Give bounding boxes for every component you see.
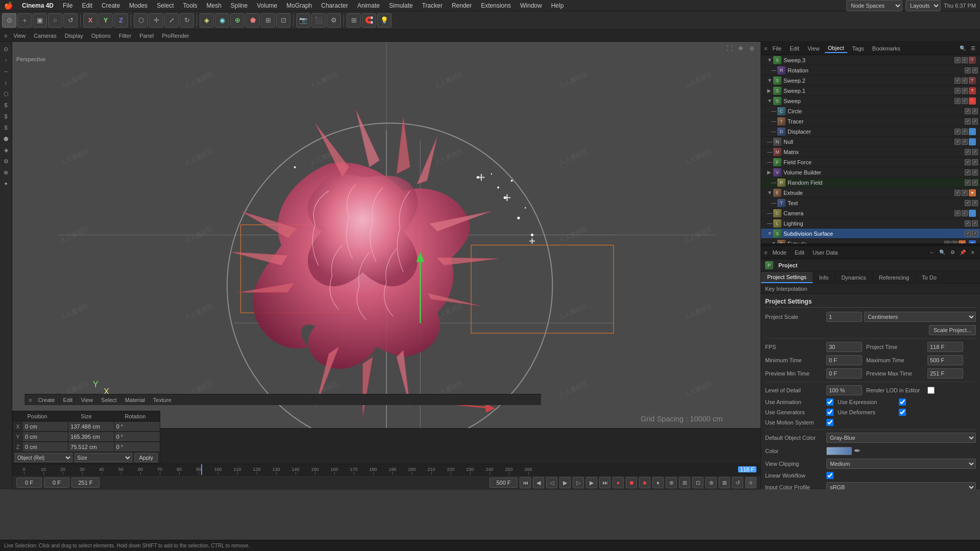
tree-item-sweep2[interactable]: ▼ S Sweep.2 ✓ ✓ T	[761, 76, 980, 86]
tool-grid[interactable]: ⊞	[347, 13, 361, 28]
btn-extra6[interactable]: ⊠	[719, 477, 730, 488]
menu-mograph[interactable]: MoGraph	[282, 1, 316, 10]
vis-check-di-1[interactable]: ✓	[954, 129, 961, 135]
btn-play-forward[interactable]: ▷	[573, 477, 584, 488]
tree-tab-object[interactable]: Object	[825, 44, 847, 53]
coord-y-rot-input[interactable]	[114, 432, 160, 441]
btn-extra1[interactable]: ♦	[652, 477, 664, 488]
left-tool-4[interactable]: ↕	[1, 78, 11, 88]
tool-camera2[interactable]: 📷	[296, 13, 310, 28]
coord-size-select[interactable]: Size Scale	[75, 453, 132, 462]
props-tab-userdata[interactable]: User Data	[810, 248, 841, 257]
left-tool-1[interactable]: ⊙	[1, 44, 11, 54]
tree-tab-bookmarks[interactable]: Bookmarks	[869, 44, 903, 53]
menu-simulate[interactable]: Simulate	[385, 1, 417, 10]
prop-def-check[interactable]	[899, 409, 906, 416]
menu-volume[interactable]: Volume	[253, 1, 281, 10]
menu-edit[interactable]: Edit	[78, 1, 96, 10]
tool-polygon[interactable]: ◈	[200, 13, 214, 28]
prop-lod-input[interactable]	[826, 385, 862, 395]
prop-tab-project-settings[interactable]: Project Settings	[761, 272, 813, 283]
vis-check-tx1-1[interactable]: ✓	[965, 200, 971, 206]
tool-render-settings[interactable]: ⚙	[327, 13, 341, 28]
vp-menu-display[interactable]: Display	[63, 32, 85, 40]
tree-item-circle[interactable]: — C Circle ✓ ✓	[761, 106, 980, 116]
mat-tab-material[interactable]: Material	[123, 396, 147, 404]
menu-select[interactable]: Select	[153, 1, 178, 10]
vp-menu-cameras[interactable]: Cameras	[32, 32, 59, 40]
coord-y-pos-input[interactable]	[23, 432, 68, 441]
tool-rotate[interactable]: ↺	[63, 13, 78, 28]
menu-cinema4d[interactable]: Cinema 4D	[18, 1, 58, 10]
menu-help[interactable]: Help	[547, 1, 568, 10]
vis-check-lit-2[interactable]: ✓	[972, 220, 978, 227]
left-tool-13[interactable]: ✦	[1, 179, 11, 189]
tree-item-matrix[interactable]: — M Matrix ✓ ✓	[761, 147, 980, 157]
tree-filter-icon[interactable]: ☰	[969, 44, 977, 53]
vis-check-2[interactable]: ✓	[962, 57, 968, 63]
left-tool-2[interactable]: ↑	[1, 55, 11, 65]
vis-check-s2-1[interactable]: ✓	[954, 78, 961, 84]
props-tab-mode[interactable]: Mode	[769, 248, 790, 257]
vis-check-tr-1[interactable]: ✓	[965, 118, 971, 124]
btn-frame-right[interactable]: ≡	[745, 477, 756, 488]
prop-scale-unit[interactable]: Centimeters Meters	[864, 312, 976, 322]
tool-rect-select[interactable]: ▣	[33, 13, 47, 28]
tree-item-extrude2[interactable]: ▼ E Extrude ✓ ✓ ● ?	[761, 239, 980, 244]
tree-item-text1[interactable]: — T Text ✓ ✓	[761, 198, 980, 208]
vis-check-sw-1[interactable]: ✓	[954, 98, 961, 104]
mat-tab-view[interactable]: View	[79, 396, 95, 404]
tree-item-tracer[interactable]: — T Tracer ✓ ✓	[761, 116, 980, 127]
tree-tab-edit[interactable]: Edit	[787, 44, 802, 53]
prop-prevmax-input[interactable]	[927, 368, 963, 379]
btn-next-frame[interactable]: ▶	[586, 477, 597, 488]
btn-play-back[interactable]: ◁	[546, 477, 557, 488]
prop-expr-check[interactable]	[899, 398, 906, 406]
vis-check-mx-1[interactable]: ✓	[965, 149, 971, 155]
tool-x[interactable]: X	[83, 13, 97, 28]
btn-stop[interactable]: ■	[639, 477, 650, 488]
tree-item-sweep[interactable]: ▼ S Sweep ✓ ✓ 🔴	[761, 96, 980, 106]
menu-character[interactable]: Character	[317, 1, 352, 10]
prop-viewclip-select[interactable]: Medium Small Large	[826, 459, 976, 469]
vis-check-sub-2[interactable]: ✓	[972, 231, 978, 237]
vis-check-vb-1[interactable]: ✓	[965, 169, 971, 176]
tree-item-rotation[interactable]: — R Rotation ✓ ✓	[761, 65, 980, 76]
coord-y-size-input[interactable]	[68, 432, 114, 441]
tree-tab-view[interactable]: View	[804, 44, 823, 53]
tool-snap[interactable]: 🧲	[362, 13, 376, 28]
vis-check-nu-1[interactable]: ✓	[954, 139, 961, 145]
tree-item-lighting[interactable]: — L Lighting ✓ ✓	[761, 218, 980, 229]
props-pin-icon[interactable]: 📌	[959, 248, 967, 257]
btn-record[interactable]: ●	[612, 477, 624, 488]
coord-z-size-input[interactable]	[68, 442, 114, 452]
prop-linear-check[interactable]	[826, 472, 834, 479]
menu-render[interactable]: Render	[448, 1, 476, 10]
props-search-icon[interactable]: 🔍	[938, 248, 946, 257]
menu-file[interactable]: File	[59, 1, 77, 10]
coord-mode-select[interactable]: Object (Rel) World Local	[15, 453, 72, 462]
tree-item-displacer[interactable]: — D Displacer ✓ ✓ ·	[761, 127, 980, 137]
props-back-icon[interactable]: ←	[928, 248, 936, 257]
tool-param[interactable]: ⊕	[230, 13, 244, 28]
node-spaces-dropdown[interactable]: Node Spaces	[846, 0, 902, 11]
vis-check-rot-1[interactable]: ✓	[965, 67, 971, 73]
menu-modes[interactable]: Modes	[125, 1, 152, 10]
mat-tab-edit[interactable]: Edit	[61, 396, 75, 404]
vis-check-tr-2[interactable]: ✓	[972, 118, 978, 124]
vis-check-tx1-2[interactable]: ✓	[972, 200, 978, 206]
menu-tracker[interactable]: Tracker	[418, 1, 447, 10]
viewport[interactable]: 人人素材区 人人素材区 人人素材区 人人素材区 人人素材区 人人素材区 人人素材…	[12, 42, 761, 428]
prop-color-swatch[interactable]	[826, 447, 852, 455]
tree-item-sweep3[interactable]: ▼ S Sweep.3 ✓ ✓ T	[761, 55, 980, 65]
vp-menu-options[interactable]: Options	[89, 32, 113, 40]
apple-menu[interactable]: 🍎	[4, 2, 13, 10]
vp-menu-prorender[interactable]: ProRender	[160, 32, 191, 40]
frame-pos-input[interactable]	[44, 478, 69, 488]
tool-extra2[interactable]: ⊡	[276, 13, 290, 28]
vis-check-di-2[interactable]: ✓	[962, 129, 968, 135]
coord-x-rot-input[interactable]	[114, 422, 160, 431]
vis-check-lit-1[interactable]: ✓	[965, 220, 971, 227]
btn-extra3[interactable]: ⊞	[679, 477, 690, 488]
coord-x-size-input[interactable]	[68, 422, 114, 431]
